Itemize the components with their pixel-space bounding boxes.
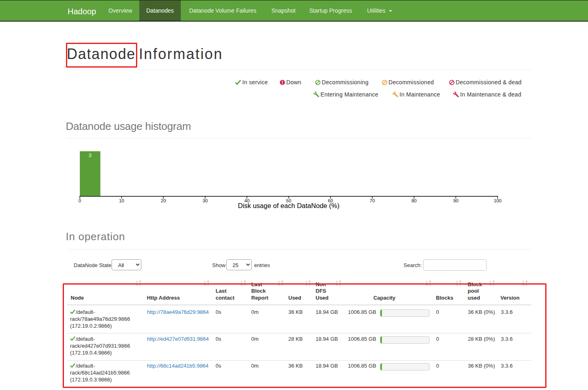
- svg-text:3: 3: [89, 153, 92, 158]
- svg-text:80: 80: [411, 198, 417, 203]
- svg-text:20: 20: [161, 198, 166, 203]
- svg-text:10: 10: [119, 198, 124, 203]
- svg-text:0: 0: [79, 198, 81, 203]
- svg-text:Disk usage of each DataNode (%: Disk usage of each DataNode (%): [238, 202, 339, 209]
- svg-text:30: 30: [202, 198, 208, 203]
- svg-text:100: 100: [494, 198, 501, 203]
- svg-text:70: 70: [370, 198, 375, 203]
- svg-text:90: 90: [453, 198, 459, 203]
